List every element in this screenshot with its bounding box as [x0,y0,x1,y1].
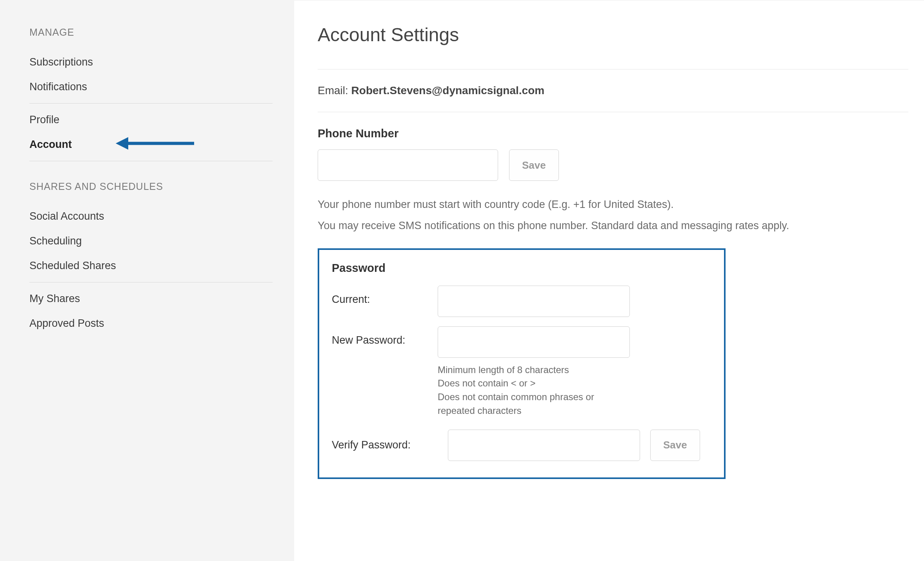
sidebar-item-account[interactable]: Account [29,132,271,157]
password-header: Password [332,262,711,275]
phone-number-input[interactable] [318,149,498,181]
sidebar-item-label: Subscriptions [29,56,93,68]
main-content: Account Settings Email: Robert.Stevens@d… [294,0,924,561]
sidebar-item-label: Approved Posts [29,317,104,329]
sidebar-divider [29,103,273,104]
sidebar: MANAGE Subscriptions Notifications Profi… [0,0,294,561]
current-password-input[interactable] [438,286,630,317]
sidebar-item-label: Account [29,138,72,150]
phone-section: Phone Number Save Your phone number must… [318,127,908,234]
phone-number-label: Phone Number [318,127,908,140]
password-rule: Does not contain < or > [438,377,634,390]
sidebar-item-label: My Shares [29,293,80,304]
sidebar-item-scheduling[interactable]: Scheduling [29,229,271,253]
verify-password-label: Verify Password: [332,439,438,451]
sidebar-item-label: Profile [29,114,60,126]
sidebar-item-my-shares[interactable]: My Shares [29,286,271,311]
annotation-arrow-icon [116,135,194,154]
phone-hint-2: You may receive SMS notifications on thi… [318,218,908,234]
sidebar-item-label: Notifications [29,81,87,93]
new-password-label: New Password: [332,326,438,346]
sidebar-item-scheduled-shares[interactable]: Scheduled Shares [29,253,271,278]
svg-marker-1 [116,137,128,149]
sidebar-header-shares: SHARES AND SCHEDULES [29,181,271,192]
section-divider [318,112,908,112]
sidebar-divider [29,161,273,161]
password-rules: Minimum length of 8 characters Does not … [438,363,634,418]
sidebar-item-approved-posts[interactable]: Approved Posts [29,311,271,336]
email-row: Email: Robert.Stevens@dynamicsignal.com [318,84,908,97]
verify-password-input[interactable] [448,430,640,461]
phone-hint-1: Your phone number must start with countr… [318,197,908,213]
section-divider [318,69,908,69]
password-section: Password Current: New Password: Minimum … [318,248,726,479]
sidebar-header-manage: MANAGE [29,27,271,38]
sidebar-item-subscriptions[interactable]: Subscriptions [29,50,271,75]
phone-save-button[interactable]: Save [509,149,559,181]
sidebar-item-label: Scheduling [29,235,82,247]
sidebar-item-social-accounts[interactable]: Social Accounts [29,204,271,229]
current-password-label: Current: [332,286,438,306]
sidebar-item-label: Scheduled Shares [29,260,116,271]
sidebar-item-profile[interactable]: Profile [29,107,271,132]
email-value: Robert.Stevens@dynamicsignal.com [351,84,545,97]
sidebar-divider [29,282,273,282]
email-label: Email: [318,84,351,97]
password-rule: Minimum length of 8 characters [438,363,634,377]
password-rule: Does not contain common phrases or repea… [438,390,634,418]
page-title: Account Settings [318,24,908,46]
sidebar-item-notifications[interactable]: Notifications [29,75,271,99]
new-password-input[interactable] [438,326,630,358]
password-save-button[interactable]: Save [650,430,700,461]
sidebar-item-label: Social Accounts [29,210,104,222]
